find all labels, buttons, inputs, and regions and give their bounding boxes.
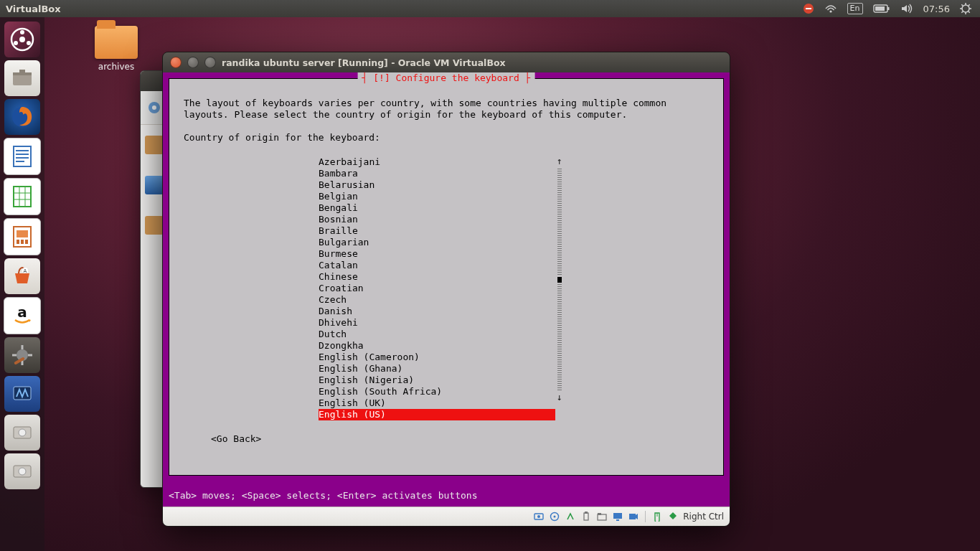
amazon-icon[interactable]: a [4, 297, 41, 334]
keyboard-option[interactable]: Danish [319, 306, 555, 317]
virtualbox-icon[interactable] [4, 376, 40, 412]
svg-rect-62 [598, 513, 601, 515]
svg-point-19 [19, 37, 25, 42]
host-key-label: Right Ctrl [683, 512, 724, 522]
usb-icon[interactable] [580, 511, 592, 522]
window-close-button[interactable] [170, 57, 182, 68]
vm-window-title: randika ubuntu server [Running] - Oracle… [222, 57, 506, 68]
keyboard-layout-indicator[interactable]: En [847, 3, 863, 14]
svg-rect-63 [613, 513, 622, 519]
go-back-button[interactable]: <Go Back> [211, 433, 709, 445]
keyboard-option[interactable]: Bengali [319, 202, 555, 214]
svg-rect-25 [16, 150, 29, 151]
svg-rect-24 [14, 146, 31, 166]
svg-point-54 [152, 105, 156, 110]
svg-line-13 [969, 4, 970, 6]
volume-icon[interactable] [900, 3, 913, 14]
drive-icon-1[interactable] [4, 415, 40, 451]
unity-launcher: A a [0, 17, 44, 551]
svg-rect-37 [21, 240, 24, 244]
keyboard-option[interactable]: Azerbaijani [319, 156, 555, 168]
menu-bar: VirtualBox En 07:56 [0, 0, 980, 17]
keyboard-option[interactable]: Czech [319, 294, 555, 306]
calc-icon[interactable] [4, 178, 41, 215]
installer-dialog: ┤ [!] Configure the keyboard ├ The layou… [169, 78, 724, 476]
keyboard-option[interactable]: Dutch [319, 329, 555, 340]
keyboard-option[interactable]: English (UK) [319, 397, 555, 409]
keyboard-option[interactable]: English (Nigeria) [319, 375, 555, 386]
svg-line-14 [961, 11, 963, 13]
dialog-title: [!] Configure the keyboard [373, 72, 519, 83]
keyboard-option[interactable]: Bosnian [319, 214, 555, 225]
svg-point-6 [962, 5, 969, 12]
system-settings-icon[interactable] [4, 337, 40, 373]
svg-rect-38 [25, 240, 28, 244]
svg-point-56 [537, 515, 540, 518]
keyboard-captured-icon[interactable] [667, 511, 679, 522]
desktop: VirtualBox En 07:56 [0, 0, 980, 551]
keyboard-country-list[interactable]: AzerbaijaniBambaraBelarusianBelgianBenga… [319, 156, 555, 420]
svg-rect-4 [887, 7, 890, 10]
network-adapter-icon[interactable] [565, 511, 576, 522]
virtualbox-vm-window: randika ubuntu server [Running] - Oracle… [162, 52, 730, 527]
dash-icon[interactable] [4, 22, 40, 57]
keyboard-option[interactable]: Dzongkha [319, 340, 555, 352]
keyboard-option[interactable]: Chinese [319, 271, 555, 283]
keyboard-option[interactable]: Belgian [319, 191, 555, 202]
software-center-icon[interactable]: A [4, 258, 40, 294]
svg-rect-5 [875, 6, 885, 11]
display-icon[interactable] [612, 511, 623, 522]
keyboard-option[interactable]: Bambara [319, 168, 555, 179]
writer-icon[interactable] [4, 138, 41, 175]
svg-point-17 [14, 41, 18, 45]
keyboard-option[interactable]: English (US) [319, 409, 555, 420]
svg-rect-60 [585, 512, 588, 514]
clock[interactable]: 07:56 [923, 4, 950, 14]
optical-drive-icon[interactable] [549, 511, 560, 522]
window-minimize-button[interactable] [187, 57, 199, 68]
files-icon[interactable] [4, 60, 40, 96]
vm-titlebar[interactable]: randika ubuntu server [Running] - Oracle… [163, 52, 730, 72]
hard-disk-activity-icon[interactable] [533, 511, 545, 522]
drive-icon-2[interactable] [4, 453, 40, 489]
vm-display[interactable]: ┤ [!] Configure the keyboard ├ The layou… [163, 72, 730, 507]
svg-point-52 [19, 468, 26, 475]
recording-icon[interactable] [628, 511, 639, 522]
active-app-title: VirtualBox [0, 4, 61, 14]
keyboard-option[interactable]: Burmese [319, 248, 555, 260]
settings-gear-icon[interactable] [960, 3, 971, 14]
svg-rect-27 [16, 157, 29, 159]
svg-rect-29 [14, 187, 31, 207]
shared-folders-icon[interactable] [596, 511, 608, 522]
settings-gear-icon [145, 98, 164, 117]
keyboard-option[interactable]: Braille [319, 225, 555, 237]
keyboard-option[interactable]: Dhivehi [319, 317, 555, 329]
keyboard-option[interactable]: English (Ghana) [319, 363, 555, 375]
svg-text:a: a [17, 303, 27, 321]
desktop-folder-archives[interactable]: archives [86, 26, 146, 72]
keyboard-option[interactable]: English (Cameroon) [319, 352, 555, 363]
svg-point-58 [554, 516, 556, 518]
error-indicator-icon[interactable] [803, 3, 814, 14]
keyboard-option[interactable]: Belarusian [319, 179, 555, 191]
firefox-icon[interactable] [4, 99, 40, 135]
impress-icon[interactable] [4, 218, 41, 255]
desktop-folder-label: archives [86, 62, 146, 72]
keyboard-option[interactable]: Bulgarian [319, 237, 555, 248]
keyboard-option[interactable]: Catalan [319, 260, 555, 271]
svg-rect-21 [13, 72, 32, 75]
keyboard-option[interactable]: English (South Africa) [319, 386, 555, 397]
window-maximize-button[interactable] [204, 57, 216, 68]
svg-rect-64 [616, 519, 619, 521]
svg-rect-61 [598, 514, 606, 520]
keyboard-option[interactable]: Croatian [319, 283, 555, 294]
mouse-integration-icon[interactable] [651, 511, 663, 522]
folder-icon [95, 26, 138, 59]
dialog-intro: The layout of keyboards varies per count… [184, 98, 709, 121]
svg-rect-36 [17, 240, 19, 244]
svg-text:A: A [24, 268, 27, 274]
list-scroll-indicator: ↑↓ [557, 156, 562, 403]
svg-rect-22 [19, 70, 25, 72]
battery-icon[interactable] [873, 4, 890, 14]
network-icon[interactable] [824, 3, 837, 14]
